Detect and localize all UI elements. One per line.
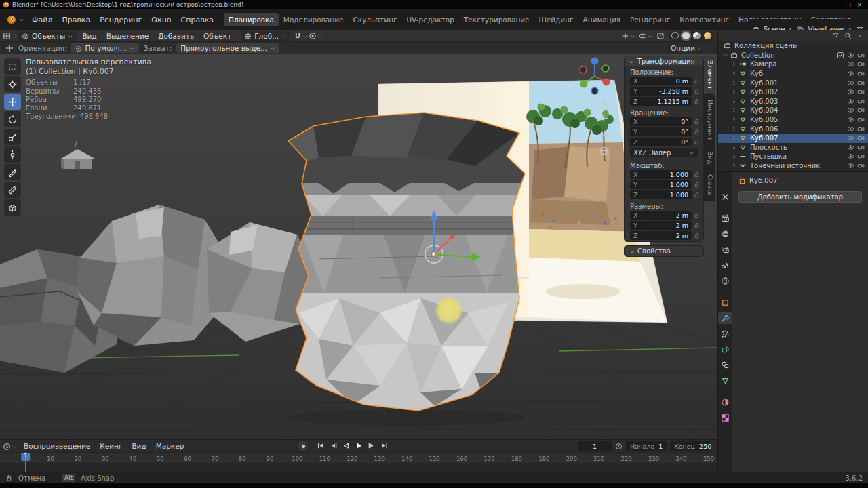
eye-icon[interactable]	[847, 60, 854, 68]
menu-render[interactable]: Рендеринг	[95, 14, 146, 26]
tool-rotate-button[interactable]	[4, 111, 21, 127]
menu-help[interactable]: Справка	[176, 14, 218, 26]
eye-icon[interactable]	[847, 88, 854, 96]
camera-restrict-icon[interactable]	[857, 106, 865, 114]
disclosure-icon[interactable]	[731, 163, 737, 169]
lock-open-icon[interactable]	[694, 192, 700, 198]
properties-subpanel-header[interactable]: Свойства	[624, 245, 704, 257]
scale-y-field[interactable]: Y1.000	[630, 180, 692, 189]
orientation-setting-dropdown[interactable]: По умолч...	[71, 43, 138, 53]
snapping-button[interactable]	[294, 31, 308, 40]
browse-scene-icon[interactable]	[752, 25, 760, 30]
disclosure-icon[interactable]	[731, 89, 737, 95]
outliner-item-1[interactable]: Куб	[718, 69, 868, 79]
maximize-button[interactable]: □	[842, 0, 854, 9]
eye-icon[interactable]	[847, 79, 854, 87]
camera-view-icon[interactable]	[599, 130, 608, 139]
dimensions-z-field[interactable]: Z2 m	[630, 231, 692, 240]
tool-annotate-button[interactable]	[4, 164, 21, 180]
jump-end-button[interactable]	[379, 441, 391, 451]
lock-open-icon[interactable]	[694, 212, 700, 218]
options-dropdown[interactable]: Опции	[671, 44, 703, 52]
transform-orientation-dropdown[interactable]: Глоб...	[241, 30, 290, 41]
workspace-tab-5[interactable]: Текстурирование	[459, 13, 534, 26]
workspace-tab-7[interactable]: Анимация	[578, 13, 626, 26]
rotation-z-field[interactable]: Z0°	[630, 138, 692, 146]
outliner-item-2[interactable]: Куб.001	[718, 78, 868, 87]
outliner-item-0[interactable]: Камера	[718, 60, 868, 69]
outliner-options-caret-icon[interactable]	[856, 31, 863, 40]
outliner-scene-collection[interactable]: Коллекция сцены	[718, 41, 868, 51]
timeline-ruler[interactable]: 1102030405060708090100110120130140150160…	[0, 452, 717, 463]
npanel-tab-4[interactable]: Create	[704, 169, 715, 201]
properties-tab-material[interactable]	[718, 396, 732, 408]
timeline-menu-0[interactable]: Воспроизведение	[19, 441, 95, 451]
tool-select-box-button[interactable]	[4, 58, 21, 75]
minimize-button[interactable]: –	[831, 0, 842, 9]
close-button[interactable]: ×	[854, 0, 865, 9]
disclosure-icon[interactable]	[731, 126, 737, 132]
timeline-menu-2[interactable]: Вид	[127, 441, 151, 451]
view-layer-picker[interactable]: ViewLayer ×	[808, 25, 852, 30]
frame-end-field[interactable]: Конец 250	[670, 441, 711, 451]
xray-toggle-icon[interactable]	[656, 31, 665, 40]
outliner-filter-icon[interactable]	[832, 31, 840, 40]
eye-icon[interactable]	[847, 70, 854, 77]
add-modifier-button[interactable]: Добавить модификатор	[738, 191, 862, 203]
properties-tab-object[interactable]	[718, 297, 732, 308]
shading-wireframe-icon[interactable]	[671, 32, 679, 39]
disclosure-icon[interactable]	[731, 117, 737, 123]
workspace-tab-3[interactable]: Скульптинг	[348, 13, 401, 26]
eye-icon[interactable]	[847, 162, 854, 169]
menu-file[interactable]: Файл	[27, 14, 57, 26]
lock-open-icon[interactable]	[694, 119, 700, 125]
eye-icon[interactable]	[847, 125, 854, 133]
camera-restrict-icon[interactable]	[857, 162, 865, 169]
proportional-edit-button[interactable]	[309, 31, 323, 40]
play-reverse-button[interactable]	[340, 441, 352, 451]
frame-start-field[interactable]: Начало 1	[626, 441, 667, 451]
npanel-tab-2[interactable]: Инструмент	[704, 95, 715, 146]
lock-open-icon[interactable]	[694, 171, 700, 178]
dimensions-y-field[interactable]: Y2 m	[630, 221, 692, 230]
outliner-item-5[interactable]: Куб.004	[718, 106, 868, 115]
disclosure-icon[interactable]	[722, 52, 728, 58]
camera-restrict-icon[interactable]	[857, 152, 865, 160]
lock-open-icon[interactable]	[694, 139, 700, 145]
disclosure-icon[interactable]	[731, 107, 737, 113]
lock-open-icon[interactable]	[694, 98, 700, 104]
rotation-mode-dropdown[interactable]: XYZ Эйлер	[630, 148, 698, 157]
properties-tab-physics[interactable]	[718, 344, 732, 355]
outliner-item-9[interactable]: Плоскость	[718, 143, 868, 152]
npanel-tab-1[interactable]: Элемент	[704, 56, 715, 95]
properties-tab-tool[interactable]	[718, 191, 732, 203]
properties-tab-particles[interactable]	[718, 328, 732, 340]
disclosure-icon[interactable]	[731, 70, 737, 77]
eye-icon[interactable]	[847, 52, 854, 59]
viewport-menu-view[interactable]: Вид	[77, 31, 101, 41]
disclosure-icon[interactable]	[731, 135, 737, 141]
auto-keying-button[interactable]	[298, 441, 308, 451]
disclosure-icon[interactable]	[731, 61, 737, 67]
eye-icon[interactable]	[847, 144, 854, 151]
eye-icon[interactable]	[847, 152, 854, 160]
properties-tab-texture[interactable]	[718, 412, 732, 424]
workspace-tab-9[interactable]: Композитинг	[675, 13, 734, 26]
outliner-item-7[interactable]: Куб.006	[718, 124, 868, 134]
outliner-item-8[interactable]: Куб.007	[718, 134, 868, 143]
current-frame-field[interactable]: 1	[578, 441, 612, 451]
eye-icon[interactable]	[847, 106, 854, 114]
outliner-item-3[interactable]: Куб.002	[718, 87, 868, 97]
outliner-item-11[interactable]: Точечный источник	[718, 161, 868, 171]
camera-restrict-icon[interactable]	[857, 134, 865, 142]
rotation-x-field[interactable]: X0°	[630, 117, 692, 126]
disclosure-icon[interactable]	[731, 153, 737, 159]
timeline-editor-icon[interactable]	[3, 442, 11, 451]
properties-tab-modifiers[interactable]	[718, 312, 732, 324]
dimensions-x-field[interactable]: X2 m	[630, 211, 692, 220]
outliner-collection[interactable]: Collection	[718, 51, 868, 60]
workspace-tab-8[interactable]: Рендеринг	[625, 13, 675, 26]
menu-edit[interactable]: Правка	[57, 14, 95, 26]
workspace-tab-2[interactable]: Моделирование	[279, 13, 349, 26]
camera-restrict-icon[interactable]	[857, 60, 865, 68]
